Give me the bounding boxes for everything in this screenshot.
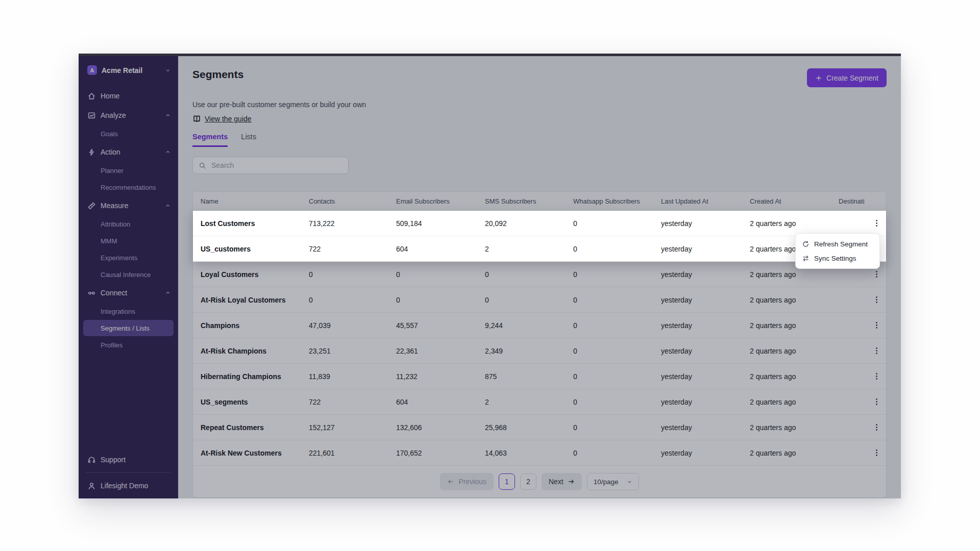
- workspace-switcher[interactable]: A Acme Retail: [79, 56, 178, 81]
- cell-sms-subscribers: 2: [485, 398, 573, 406]
- app-window: A Acme Retail Home Analyze: [79, 54, 901, 498]
- create-segment-button[interactable]: Create Segment: [807, 68, 887, 87]
- cell-created: 2 quarters ago: [750, 347, 839, 355]
- menu-item-refresh-segment[interactable]: Refresh Segment: [796, 237, 879, 251]
- page-1-button[interactable]: 1: [499, 473, 515, 490]
- sidebar-item-experiments[interactable]: Experiments: [83, 249, 174, 266]
- workspace-logo: A: [87, 65, 97, 75]
- cell-whatsapp-subscribers: 0: [573, 219, 661, 228]
- sidebar-item-label: Connect: [101, 289, 160, 297]
- cell-name: Loyal Customers: [201, 270, 309, 279]
- cell-email-subscribers: 604: [396, 245, 485, 253]
- tab-segments[interactable]: Segments: [192, 133, 228, 147]
- cell-email-subscribers: 11,232: [396, 372, 485, 381]
- cell-last-updated: yesterday: [661, 347, 750, 355]
- cell-contacts: 0: [309, 270, 396, 279]
- cell-whatsapp-subscribers: 0: [573, 398, 661, 406]
- sync-icon: [802, 255, 810, 262]
- sidebar: A Acme Retail Home Analyze: [79, 56, 178, 498]
- cell-email-subscribers: 0: [396, 296, 485, 304]
- cell-whatsapp-subscribers: 0: [573, 270, 661, 279]
- sidebar-item-goals[interactable]: Goals: [83, 126, 174, 142]
- row-actions-button[interactable]: [869, 344, 884, 358]
- sidebar-item-causal-inference[interactable]: Causal Inference: [83, 266, 174, 283]
- cell-name: At-Risk Champions: [201, 347, 309, 355]
- row-actions-button[interactable]: [869, 446, 884, 460]
- table-row[interactable]: At-Risk Loyal Customers 0 0 0 0 yesterda…: [193, 287, 886, 313]
- cell-name: US_segments: [201, 398, 309, 406]
- cell-email-subscribers: 22,361: [396, 347, 485, 355]
- tab-lists[interactable]: Lists: [241, 133, 256, 147]
- previous-page-button[interactable]: Previous: [440, 473, 493, 490]
- next-page-button[interactable]: Next: [542, 473, 582, 490]
- column-header-destinations: Destinati: [839, 197, 869, 205]
- view-guide-link[interactable]: View the guide: [205, 115, 252, 123]
- cell-last-updated: yesterday: [661, 398, 750, 406]
- cell-sms-subscribers: 14,063: [485, 449, 573, 457]
- user-icon: [87, 482, 96, 490]
- row-actions-button[interactable]: [869, 293, 884, 307]
- sidebar-item-recommendations[interactable]: Recommendations: [83, 179, 174, 195]
- table-row[interactable]: At-Risk New Customers 221,601 170,652 14…: [193, 440, 886, 466]
- table-row[interactable]: US_segments 722 604 2 0 yesterday 2 quar…: [193, 389, 886, 415]
- lightning-icon: [87, 148, 96, 157]
- cell-email-subscribers: 0: [396, 270, 485, 279]
- row-actions-button[interactable]: [869, 395, 884, 409]
- sidebar-item-connect[interactable]: Connect: [79, 283, 178, 303]
- table-row[interactable]: Champions 47,039 45,557 9,244 0 yesterda…: [193, 313, 886, 338]
- table-row[interactable]: Lost Customers 713,222 509,184 20,092 0 …: [193, 211, 886, 236]
- sidebar-item-segments-lists[interactable]: Segments / Lists: [83, 320, 174, 336]
- row-actions-button[interactable]: [869, 267, 884, 282]
- menu-item-sync-settings[interactable]: Sync Settings: [796, 251, 879, 265]
- cell-name: At-Risk Loyal Customers: [201, 296, 309, 304]
- connect-icon: [87, 289, 96, 297]
- cell-name: Hibernating Champions: [201, 372, 309, 381]
- page-subtitle: Use our pre-built customer segments or b…: [192, 101, 887, 109]
- column-header-last-updated-at: Last Updated At: [661, 197, 750, 205]
- search-input[interactable]: [210, 161, 342, 170]
- cell-contacts: 0: [309, 296, 396, 304]
- cell-contacts: 722: [309, 245, 396, 253]
- sidebar-item-mmm[interactable]: MMM: [83, 233, 174, 249]
- row-actions-button[interactable]: [869, 216, 884, 231]
- cell-last-updated: yesterday: [661, 372, 750, 381]
- user-name: Lifesight Demo: [101, 482, 171, 490]
- row-actions-button[interactable]: [869, 369, 884, 384]
- row-actions-button[interactable]: [869, 420, 884, 435]
- cell-last-updated: yesterday: [661, 449, 750, 457]
- search-icon: [199, 162, 206, 169]
- page-2-button[interactable]: 2: [520, 473, 536, 490]
- page-size-select[interactable]: 10/page: [587, 473, 639, 490]
- table-row[interactable]: At-Risk Champions 23,251 22,361 2,349 0 …: [193, 338, 886, 364]
- sidebar-item-analyze[interactable]: Analyze: [79, 106, 178, 125]
- column-header-sms-subscribers: SMS Subscribers: [485, 197, 573, 205]
- cell-name: Repeat Customers: [201, 423, 309, 432]
- home-icon: [87, 92, 96, 101]
- cell-whatsapp-subscribers: 0: [573, 347, 661, 355]
- sidebar-item-measure[interactable]: Measure: [79, 196, 178, 215]
- row-actions-button[interactable]: [869, 318, 884, 333]
- cell-contacts: 47,039: [309, 321, 396, 330]
- page-title: Segments: [192, 68, 243, 81]
- cell-contacts: 722: [309, 398, 396, 406]
- cell-sms-subscribers: 0: [485, 270, 573, 279]
- sidebar-nav: Home Analyze Goals Action: [79, 81, 178, 354]
- sidebar-item-profiles[interactable]: Profiles: [83, 337, 174, 353]
- sidebar-item-support[interactable]: Support: [79, 450, 178, 469]
- sidebar-user-menu[interactable]: Lifesight Demo: [79, 476, 178, 495]
- cell-email-subscribers: 45,557: [396, 321, 485, 330]
- cell-created: 2 quarters ago: [750, 423, 839, 432]
- table-row[interactable]: Repeat Customers 152,127 132,606 25,968 …: [193, 415, 886, 440]
- sidebar-item-integrations[interactable]: Integrations: [83, 303, 174, 319]
- cell-created: 2 quarters ago: [750, 296, 839, 304]
- chevron-up-icon: [165, 203, 171, 209]
- chevron-up-icon: [165, 290, 171, 296]
- table-row[interactable]: Loyal Customers 0 0 0 0 yesterday 2 quar…: [193, 262, 886, 287]
- sidebar-item-attribution[interactable]: Attribution: [83, 216, 174, 232]
- sidebar-item-planner[interactable]: Planner: [83, 162, 174, 179]
- table-row[interactable]: US_customers 722 604 2 0 yesterday 2 qua…: [193, 236, 886, 262]
- table-row[interactable]: Hibernating Champions 11,839 11,232 875 …: [193, 364, 886, 389]
- chevron-up-icon: [165, 112, 171, 118]
- sidebar-item-action[interactable]: Action: [79, 142, 178, 162]
- sidebar-item-home[interactable]: Home: [79, 86, 178, 106]
